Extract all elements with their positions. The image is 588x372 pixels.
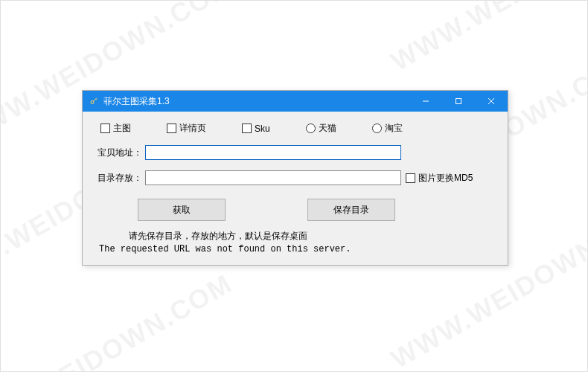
- radio-tmall[interactable]: 天猫: [306, 122, 336, 135]
- checkbox-icon: [100, 124, 110, 133]
- dir-input[interactable]: [145, 170, 401, 185]
- maximize-button[interactable]: [442, 91, 475, 112]
- watermark: WWW.WEIDOWN.COM: [386, 0, 588, 77]
- save-dir-button[interactable]: 保存目录: [307, 199, 395, 221]
- dir-label: 目录存放：: [96, 172, 142, 185]
- svg-point-0: [91, 101, 94, 104]
- titlebar[interactable]: 菲尔主图采集1.3: [83, 91, 508, 112]
- url-input[interactable]: [145, 145, 401, 160]
- dir-row: 目录存放： 图片更换MD5: [93, 170, 497, 185]
- window-title: 菲尔主图采集1.3: [103, 95, 409, 108]
- checkbox-icon: [242, 124, 252, 133]
- checkbox-replace-md5[interactable]: 图片更换MD5: [406, 172, 473, 185]
- app-window: 菲尔主图采集1.3 主图 详情页 Sku: [82, 90, 508, 266]
- checkbox-label: 图片更换MD5: [418, 172, 473, 185]
- error-text: The requested URL was not found on this …: [93, 243, 497, 254]
- checkbox-sku[interactable]: Sku: [242, 124, 270, 134]
- client-area: 主图 详情页 Sku 天猫 淘宝 宝贝地址： 目录存放：: [83, 112, 508, 260]
- options-row: 主图 详情页 Sku 天猫 淘宝: [93, 122, 497, 145]
- checkbox-detail-page[interactable]: 详情页: [167, 122, 206, 135]
- url-row: 宝贝地址：: [93, 145, 497, 160]
- radio-icon: [372, 124, 382, 133]
- radio-label: 天猫: [319, 122, 336, 135]
- buttons-row: 获取 保存目录: [93, 196, 497, 228]
- minimize-button[interactable]: [409, 91, 442, 112]
- checkbox-label: 主图: [113, 122, 131, 135]
- checkbox-icon: [167, 124, 176, 133]
- watermark: WWW.WEIDOWN.COM: [0, 268, 238, 372]
- url-label: 宝贝地址：: [96, 147, 142, 159]
- checkbox-main-image[interactable]: 主图: [100, 122, 131, 135]
- window-controls: [409, 91, 508, 112]
- radio-taobao[interactable]: 淘宝: [372, 122, 403, 135]
- checkbox-icon: [406, 173, 415, 183]
- key-icon: [89, 96, 99, 106]
- checkbox-label: 详情页: [179, 122, 206, 135]
- close-button[interactable]: [475, 91, 508, 112]
- svg-rect-2: [456, 99, 461, 104]
- hint-text: 请先保存目录，存放的地方，默认是保存桌面: [93, 228, 497, 243]
- radio-icon: [306, 124, 316, 133]
- fetch-button[interactable]: 获取: [138, 199, 226, 221]
- radio-label: 淘宝: [385, 122, 403, 135]
- checkbox-label: Sku: [255, 124, 270, 134]
